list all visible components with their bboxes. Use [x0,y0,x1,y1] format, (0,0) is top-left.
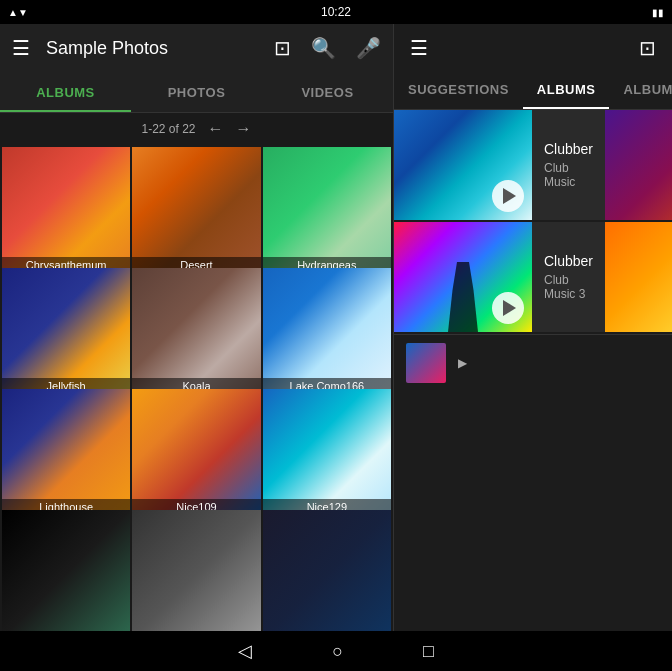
play-triangle-2 [503,300,516,316]
album-thumb-clubber2-right [605,222,672,332]
play-triangle-1 [503,188,516,204]
album-card-clubber2[interactable]: Clubber Club Music 3 [394,222,672,332]
tab-videos[interactable]: VIDEOS [262,72,393,112]
now-playing-label: ▶ [458,356,467,370]
right-tabs-bar: SUGGESTIONS ALBUMS ALBUM... [394,72,672,110]
right-app-bar: ☰ ⊡ [394,24,672,72]
play-button-1[interactable] [492,180,524,212]
photo-item-partial3[interactable] [263,510,391,631]
album-name-clubber2: Clubber [544,253,593,269]
hamburger-icon[interactable]: ☰ [8,32,34,64]
photo-bg-lakecomo [263,268,391,396]
silhouette-overlay [448,262,478,332]
photo-item-nice129[interactable]: Nice129 [263,389,391,517]
photo-bg-desert [132,147,260,275]
cast-icon[interactable]: ⊡ [270,32,295,64]
photo-item-lighthouse[interactable]: Lighthouse [2,389,130,517]
main-area: ☰ Sample Photos ⊡ 🔍 🎤 ALBUMS PHOTOS VIDE… [0,24,672,631]
photo-bg-partial2 [132,510,260,631]
photo-item-koala[interactable]: Koala [132,268,260,396]
photo-bg-nice109 [132,389,260,517]
photo-item-jellyfish[interactable]: Jellyfish [2,268,130,396]
pagination: 1-22 of 22 ← → [0,113,393,145]
album-card-clubber1[interactable]: Clubber Club Music [394,110,672,220]
prev-page-button[interactable]: ← [208,120,224,138]
album-sub-clubber1: Club Music [544,161,593,189]
back-button[interactable]: ◁ [238,640,252,662]
photo-bg-chrysanthemum [2,147,130,275]
album-thumb-clubber1-right [605,110,672,220]
app-bar: ☰ Sample Photos ⊡ 🔍 🎤 [0,24,393,72]
photo-item-desert[interactable]: Desert [132,147,260,275]
mic-icon[interactable]: 🎤 [352,32,385,64]
music-bottom-bar: ▶ [394,334,672,390]
status-time: 10:22 [321,5,351,19]
right-tab-album3[interactable]: ALBUM... [609,72,672,109]
now-playing-thumb [406,343,446,383]
album-info-clubber2: Clubber Club Music 3 [532,222,605,332]
battery-icon: ▮▮ [652,7,664,18]
photo-grid: Chrysanthemum Desert Hydrangeas Jellyfis… [0,145,393,631]
album-name-clubber1: Clubber [544,141,593,157]
photo-bg-nice129 [263,389,391,517]
app-title: Sample Photos [46,38,258,59]
photo-bg-hydrangeas [263,147,391,275]
right-cast-icon[interactable]: ⊡ [635,32,660,64]
status-icons: ▮▮ [652,7,664,18]
status-bar-left: ▲▼ [8,7,28,18]
status-bar: ▲▼ 10:22 ▮▮ [0,0,672,24]
photo-item-nice109[interactable]: Nice109 [132,389,260,517]
photo-item-chrysanthemum[interactable]: Chrysanthemum [2,147,130,275]
photo-bg-lighthouse [2,389,130,517]
photo-bg-partial1 [2,510,130,631]
tab-albums[interactable]: ALBUMS [0,72,131,112]
nav-bar: ◁ ○ □ [0,631,672,671]
album-thumb-clubber1 [394,110,532,220]
photo-item-partial1[interactable] [2,510,130,631]
right-tab-albums[interactable]: ALBUMS [523,72,610,109]
photo-item-hydrangeas[interactable]: Hydrangeas [263,147,391,275]
play-button-2[interactable] [492,292,524,324]
left-panel: ☰ Sample Photos ⊡ 🔍 🎤 ALBUMS PHOTOS VIDE… [0,24,394,631]
photo-bg-koala [132,268,260,396]
photo-item-partial2[interactable] [132,510,260,631]
photo-bg-partial3 [263,510,391,631]
next-page-button[interactable]: → [236,120,252,138]
signal-icon: ▲▼ [8,7,28,18]
home-button[interactable]: ○ [332,641,343,662]
right-tab-suggestions[interactable]: SUGGESTIONS [394,72,523,109]
right-hamburger-icon[interactable]: ☰ [406,32,432,64]
right-panel: ☰ ⊡ SUGGESTIONS ALBUMS ALBUM... [394,24,672,631]
right-app-bar-actions: ⊡ [635,32,660,64]
tabs-bar: ALBUMS PHOTOS VIDEOS [0,72,393,113]
album-info-clubber1: Clubber Club Music [532,110,605,220]
album-sub-clubber2: Club Music 3 [544,273,593,301]
search-icon[interactable]: 🔍 [307,32,340,64]
pagination-text: 1-22 of 22 [141,122,195,136]
recents-button[interactable]: □ [423,641,434,662]
photo-bg-jellyfish [2,268,130,396]
tab-photos[interactable]: PHOTOS [131,72,262,112]
album-thumb-clubber2 [394,222,532,332]
photo-item-lakecomo[interactable]: Lake Como166 [263,268,391,396]
albums-list: Clubber Club Music Club [394,110,672,631]
